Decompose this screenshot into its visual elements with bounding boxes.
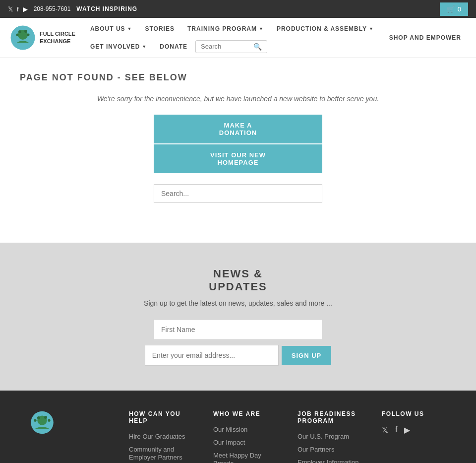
main-search-box [154,184,322,203]
footer-job-list: Our U.S. Program Our Partners Employer I… [298,432,367,463]
search-input[interactable] [201,43,250,50]
svg-point-8 [37,416,40,419]
nav-production[interactable]: PRODUCTION & ASSEMBLY ▼ [272,21,379,36]
newsletter-title: NEWS &UPDATES [20,267,456,293]
footer: HOW CAN YOU HELP Hire Our Graduates Comm… [0,391,476,463]
svg-point-2 [18,30,21,33]
cart-icon: 🛒 [447,5,455,13]
main-nav: ABOUT US ▼ STORIES TRAINING PROGRAM ▼ PR… [85,21,379,54]
homepage-button[interactable]: VISIT OUR NEWHOMEPAGE [154,144,322,173]
list-item: Our Impact [213,438,283,446]
email-row: SIGN UP [145,345,331,366]
nav-donate[interactable]: DONATE [155,39,192,54]
nav-about[interactable]: ABOUT US ▼ [85,21,137,36]
sorry-message: We're sorry for the inconvenience, but w… [20,95,456,103]
footer-col-who: WHO WE ARE Our Mission Our Impact Meet H… [213,410,283,463]
main-content: PAGE NOT FOUND - SEE BELOW We're sorry f… [0,58,476,243]
footer-logo-icon [25,410,60,435]
youtube-icon[interactable]: ▶ [23,5,28,13]
search-box[interactable]: 🔍 [195,40,267,53]
facebook-icon[interactable]: f [17,5,19,13]
production-chevron: ▼ [369,26,374,31]
happy-day-brands-link[interactable]: Meet Happy Day Brands [213,452,261,463]
nav-training[interactable]: TRAINING PROGRAM ▼ [182,21,269,36]
newsletter-section: NEWS &UPDATES Sign up to get the latest … [0,243,476,391]
footer-youtube-icon[interactable]: ▶ [404,425,410,435]
header: Full CircleExchange ABOUT US ▼ STORIES T… [0,18,476,58]
main-search-input[interactable] [154,184,322,203]
our-impact-link[interactable]: Our Impact [213,439,245,446]
training-chevron: ▼ [259,26,264,31]
svg-point-10 [34,419,36,422]
footer-follow-title: FOLLOW US [382,410,451,417]
newsletter-form: SIGN UP [20,319,456,366]
footer-who-list: Our Mission Our Impact Meet Happy Day Br… [213,425,283,463]
footer-grid: HOW CAN YOU HELP Hire Our Graduates Comm… [25,410,451,463]
hire-graduates-link[interactable]: Hire Our Graduates [129,433,185,440]
page-not-found-heading: PAGE NOT FOUND - SEE BELOW [20,72,456,83]
phone-number: 208-955-7601 [34,5,71,12]
top-bar-left: 𝕏 f ▶ 208-955-7601 WATCH INSPIRING [8,5,137,13]
employer-info-link[interactable]: Employer Information [298,459,359,463]
cart-button[interactable]: 🛒 0 [440,2,468,16]
footer-who-title: WHO WE ARE [213,410,283,417]
our-mission-link[interactable]: Our Mission [213,426,247,433]
first-name-input[interactable] [154,319,322,340]
community-employer-link[interactable]: Community and Employer Partners [129,446,182,461]
top-bar: 𝕏 f ▶ 208-955-7601 WATCH INSPIRING 🛒 0 [0,0,476,18]
nav-get-involved[interactable]: GET INVOLVED ▼ [85,39,152,54]
footer-col-follow: FOLLOW US 𝕏 f ▶ [382,410,451,463]
social-links: 𝕏 f ▶ [8,5,28,13]
search-icon[interactable]: 🔍 [253,43,262,51]
footer-help-title: HOW CAN YOU HELP [129,410,198,424]
nav-stories[interactable]: STORIES [140,21,179,36]
svg-point-11 [48,419,50,422]
footer-job-title: JOB READINESS PROGRAM [298,410,367,424]
svg-point-9 [44,416,47,419]
svg-point-5 [27,33,30,36]
list-item: Our Mission [213,425,283,433]
footer-logo [25,410,114,463]
twitter-icon[interactable]: 𝕏 [8,5,13,13]
cart-count: 0 [458,5,461,13]
footer-col-job: JOB READINESS PROGRAM Our U.S. Program O… [298,410,367,463]
signup-button[interactable]: SIGN UP [282,346,331,365]
our-partners-link[interactable]: Our Partners [298,446,334,453]
watch-inspiring-link[interactable]: WATCH INSPIRING [76,5,137,12]
footer-social-links: 𝕏 f ▶ [382,425,451,435]
about-chevron: ▼ [127,26,132,31]
list-item: Our U.S. Program [298,432,367,440]
list-item: Our Partners [298,445,367,453]
email-input[interactable] [145,345,279,366]
list-item: Employer Information [298,458,367,463]
get-involved-chevron: ▼ [142,44,147,49]
donate-button[interactable]: MAKE ADONATION [154,115,322,143]
list-item: Meet Happy Day Brands [213,451,283,463]
footer-twitter-icon[interactable]: 𝕏 [382,425,388,435]
svg-point-4 [16,33,19,36]
action-buttons: MAKE ADONATION VISIT OUR NEWHOMEPAGE [20,115,456,174]
newsletter-subtitle: Sign up to get the latest on news, updat… [20,299,456,307]
svg-point-3 [24,30,27,33]
logo-text: Full CircleExchange [40,30,75,45]
footer-col-help: HOW CAN YOU HELP Hire Our Graduates Comm… [129,410,198,463]
footer-help-list: Hire Our Graduates Community and Employe… [129,432,198,463]
us-program-link[interactable]: Our U.S. Program [298,433,349,440]
nav-shop[interactable]: SHOP AND EMPOWER [384,30,466,45]
footer-facebook-icon[interactable]: f [395,425,397,435]
logo[interactable]: Full CircleExchange [10,25,75,51]
logo-icon [10,25,36,51]
list-item: Hire Our Graduates [129,432,198,440]
list-item: Community and Employer Partners [129,445,198,461]
